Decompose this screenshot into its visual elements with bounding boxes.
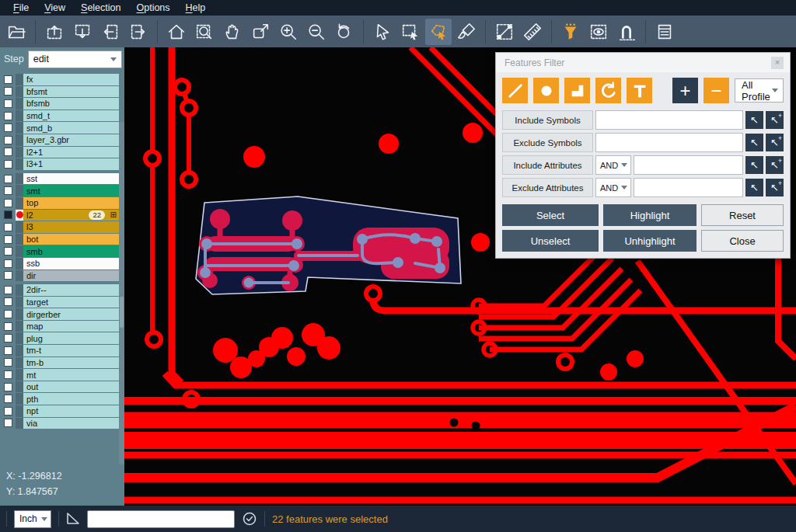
layer-visibility-checkbox[interactable] — [4, 223, 12, 231]
layer-row[interactable]: bfsmb — [0, 98, 119, 110]
scrollbar-thumb[interactable] — [120, 297, 124, 328]
filter-arcs-button[interactable] — [595, 78, 621, 103]
filter-surfaces-button[interactable] — [564, 78, 590, 103]
features-filter-button[interactable] — [557, 19, 584, 45]
menu-options[interactable]: Options — [129, 1, 176, 15]
layer-visibility-checkbox[interactable] — [4, 87, 12, 96]
layer-row[interactable]: l3 — [0, 221, 119, 233]
home-view-button[interactable] — [163, 19, 190, 45]
zoom-out-button[interactable] — [303, 19, 330, 45]
include-symbols-button[interactable]: Include Symbols — [502, 110, 593, 130]
layer-visibility-checkbox[interactable] — [4, 75, 12, 84]
layer-visibility-checkbox[interactable] — [4, 99, 12, 108]
layer-visibility-checkbox[interactable] — [4, 210, 12, 219]
layer-visibility-checkbox[interactable] — [4, 112, 12, 120]
include-symbols-input[interactable] — [595, 110, 743, 130]
layer-visibility-checkbox[interactable] — [4, 259, 12, 268]
layer-row[interactable]: bfsmt — [0, 86, 119, 98]
layer-visibility-checkbox[interactable] — [4, 419, 12, 427]
layer-visibility-checkbox[interactable] — [4, 199, 12, 207]
layer-row[interactable]: smd_b — [0, 122, 119, 134]
select-polygon-button[interactable] — [425, 19, 452, 45]
layer-row[interactable]: via — [0, 418, 119, 429]
layer-row[interactable]: npt — [0, 405, 119, 417]
layer-row[interactable]: ssb — [0, 258, 119, 269]
layer-row[interactable]: smt — [0, 185, 119, 196]
layer-visibility-checkbox[interactable] — [4, 407, 12, 416]
layer-visibility-checkbox[interactable] — [4, 148, 12, 156]
layer-row[interactable]: l2 22 ⊞ — [0, 210, 119, 221]
exclude-attributes-operator-select[interactable]: AND — [595, 178, 631, 197]
filter-text-button[interactable] — [627, 78, 652, 103]
layer-row[interactable]: tm-t — [0, 345, 119, 356]
pick-attribute-icon[interactable]: ↖ — [745, 156, 763, 174]
units-select[interactable]: Inch — [14, 510, 51, 528]
select-rectangle-button[interactable] — [397, 19, 424, 45]
layer-visibility-checkbox[interactable] — [4, 297, 12, 306]
layer-visibility-checkbox[interactable] — [4, 186, 12, 195]
zoom-previous-button[interactable] — [331, 19, 358, 45]
snap-button[interactable] — [613, 19, 640, 45]
layer-row[interactable]: smb — [0, 245, 119, 257]
layer-row[interactable]: bot — [0, 234, 119, 245]
filter-pads-button[interactable] — [533, 78, 559, 103]
include-attributes-operator-select[interactable]: AND — [595, 155, 631, 175]
reset-button[interactable]: Reset — [701, 204, 784, 226]
layer-visibility-checkbox[interactable] — [4, 346, 12, 355]
measure-points-button[interactable] — [491, 19, 518, 45]
layer-row[interactable]: mt — [0, 369, 119, 381]
negative-polarity-button[interactable]: − — [703, 78, 729, 103]
layer-row[interactable]: 2dir-- — [0, 284, 119, 296]
menu-help[interactable]: Help — [179, 1, 213, 15]
layer-visibility-checkbox[interactable] — [4, 136, 12, 144]
layer-visibility-checkbox[interactable] — [4, 286, 12, 294]
pan-up-button[interactable] — [41, 19, 68, 45]
layer-row[interactable]: l2+1 — [0, 147, 119, 158]
layer-visibility-checkbox[interactable] — [4, 160, 12, 169]
layer-row[interactable]: target — [0, 297, 119, 308]
include-attributes-input[interactable] — [634, 155, 743, 175]
layer-list-scrollbar[interactable] — [119, 122, 124, 478]
select-pointer-button[interactable] — [369, 19, 396, 45]
filter-lines-button[interactable] — [502, 78, 528, 103]
pan-down-button[interactable] — [69, 19, 96, 45]
layer-visibility-checkbox[interactable] — [4, 395, 12, 403]
layer-row[interactable]: smd_t — [0, 110, 119, 122]
pick-symbol-add-icon[interactable]: ↖+ — [766, 111, 784, 129]
layer-visibility-checkbox[interactable] — [4, 247, 12, 256]
open-file-button[interactable] — [3, 19, 30, 45]
pan-right-button[interactable] — [125, 19, 152, 45]
unhighlight-button[interactable]: Unhighlight — [603, 230, 696, 252]
layer-grid-icon[interactable]: ⊞ — [110, 210, 117, 220]
measure-ruler-button[interactable] — [519, 19, 546, 45]
angle-mode-icon[interactable] — [66, 512, 80, 526]
layer-visibility-checkbox[interactable] — [4, 322, 12, 331]
layer-visibility-checkbox[interactable] — [4, 175, 12, 183]
step-select[interactable]: edit — [28, 50, 122, 68]
highlight-button[interactable]: Highlight — [603, 204, 696, 226]
menu-selection[interactable]: Selection — [74, 1, 127, 15]
layer-row[interactable]: sst — [0, 173, 119, 185]
layer-row[interactable]: pth — [0, 393, 119, 405]
pick-symbol-add-icon[interactable]: ↖+ — [766, 134, 784, 151]
layer-row[interactable]: tm-b — [0, 357, 119, 369]
pan-left-button[interactable] — [97, 19, 124, 45]
exclude-symbols-button[interactable]: Exclude Symbols — [502, 133, 593, 152]
command-input[interactable] — [87, 510, 235, 528]
layer-row[interactable]: top — [0, 197, 119, 209]
feature-info-panel-button[interactable] — [651, 19, 678, 45]
layer-row[interactable]: dir — [0, 270, 119, 282]
layer-visibility-checkbox[interactable] — [4, 334, 12, 342]
view-options-button[interactable] — [585, 19, 612, 45]
zoom-window-button[interactable] — [191, 19, 218, 45]
positive-polarity-button[interactable]: + — [672, 78, 698, 103]
layer-row[interactable]: layer_3.gbr — [0, 134, 119, 146]
pick-attribute-add-icon[interactable]: ↖+ — [766, 156, 784, 174]
exclude-attributes-input[interactable] — [634, 178, 743, 197]
layer-visibility-checkbox[interactable] — [4, 370, 12, 379]
pick-attribute-add-icon[interactable]: ↖+ — [766, 179, 784, 196]
layer-row[interactable]: l3+1 — [0, 158, 119, 170]
close-button[interactable]: Close — [701, 230, 784, 252]
pcb-canvas[interactable]: Features Filter × + − All Profile — [124, 47, 796, 506]
layer-row[interactable]: map — [0, 321, 119, 332]
